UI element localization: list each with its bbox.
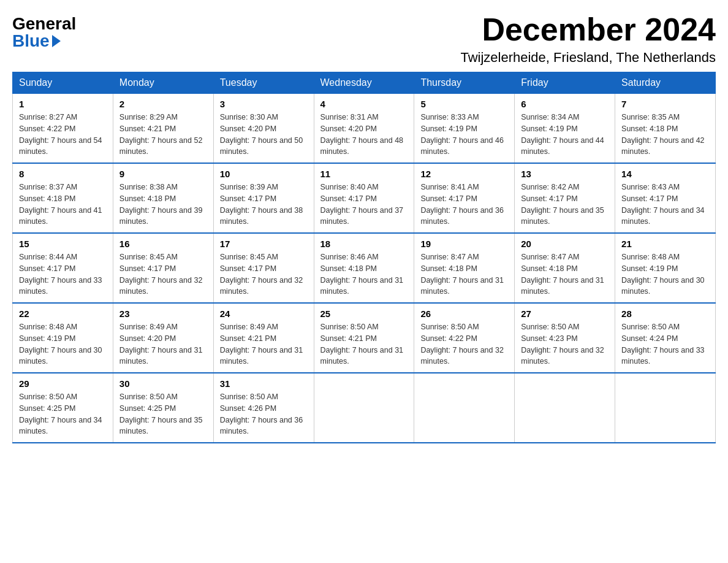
table-row [314,373,414,443]
day-info: Sunrise: 8:41 AMSunset: 4:17 PMDaylight:… [420,183,504,226]
day-number: 18 [320,239,408,249]
table-row: 8 Sunrise: 8:37 AMSunset: 4:18 PMDayligh… [13,163,113,233]
table-row: 3 Sunrise: 8:30 AMSunset: 4:20 PMDayligh… [213,94,314,164]
table-row: 4 Sunrise: 8:31 AMSunset: 4:20 PMDayligh… [314,94,414,164]
table-row: 12 Sunrise: 8:41 AMSunset: 4:17 PMDaylig… [414,163,515,233]
day-number: 28 [621,308,709,319]
day-number: 22 [19,308,107,319]
day-info: Sunrise: 8:37 AMSunset: 4:18 PMDaylight:… [19,183,102,226]
table-row: 14 Sunrise: 8:43 AMSunset: 4:17 PMDaylig… [615,163,716,233]
day-info: Sunrise: 8:50 AMSunset: 4:25 PMDaylight:… [19,393,102,435]
table-row: 16 Sunrise: 8:45 AMSunset: 4:17 PMDaylig… [113,233,213,303]
day-number: 6 [521,99,609,109]
table-row: 27 Sunrise: 8:50 AMSunset: 4:23 PMDaylig… [515,303,615,373]
day-info: Sunrise: 8:49 AMSunset: 4:20 PMDaylight:… [119,323,203,366]
logo: General Blue [12,12,76,50]
page-header: General Blue December 2024 Twijzelerheid… [12,12,716,66]
day-number: 17 [220,239,308,249]
day-number: 29 [19,378,107,389]
header-monday: Monday [113,72,213,94]
day-info: Sunrise: 8:39 AMSunset: 4:17 PMDaylight:… [220,183,303,226]
month-year-title: December 2024 [460,12,716,47]
day-number: 4 [320,99,408,109]
table-row: 6 Sunrise: 8:34 AMSunset: 4:19 PMDayligh… [515,94,615,164]
table-row: 18 Sunrise: 8:46 AMSunset: 4:18 PMDaylig… [314,233,414,303]
table-row: 29 Sunrise: 8:50 AMSunset: 4:25 PMDaylig… [13,373,113,443]
day-number: 19 [420,239,508,249]
day-number: 21 [621,239,709,249]
title-block: December 2024 Twijzelerheide, Friesland,… [460,12,716,66]
table-row: 10 Sunrise: 8:39 AMSunset: 4:17 PMDaylig… [213,163,314,233]
day-info: Sunrise: 8:31 AMSunset: 4:20 PMDaylight:… [320,113,404,156]
day-number: 7 [621,99,709,109]
table-row: 17 Sunrise: 8:45 AMSunset: 4:17 PMDaylig… [213,233,314,303]
table-row: 9 Sunrise: 8:38 AMSunset: 4:18 PMDayligh… [113,163,213,233]
day-number: 24 [220,308,308,319]
table-row: 21 Sunrise: 8:48 AMSunset: 4:19 PMDaylig… [615,233,716,303]
table-row: 26 Sunrise: 8:50 AMSunset: 4:22 PMDaylig… [414,303,515,373]
table-row: 30 Sunrise: 8:50 AMSunset: 4:25 PMDaylig… [113,373,213,443]
table-row: 13 Sunrise: 8:42 AMSunset: 4:17 PMDaylig… [515,163,615,233]
location-subtitle: Twijzelerheide, Friesland, The Netherlan… [460,50,716,66]
day-info: Sunrise: 8:40 AMSunset: 4:17 PMDaylight:… [320,183,404,226]
day-number: 15 [19,239,107,249]
table-row: 23 Sunrise: 8:49 AMSunset: 4:20 PMDaylig… [113,303,213,373]
day-number: 3 [220,99,308,109]
day-number: 11 [320,169,408,179]
day-number: 12 [420,169,508,179]
day-number: 20 [521,239,609,249]
day-number: 31 [220,378,308,389]
header-tuesday: Tuesday [213,72,314,94]
calendar-table: Sunday Monday Tuesday Wednesday Thursday… [12,72,716,443]
day-number: 9 [119,169,207,179]
table-row: 19 Sunrise: 8:47 AMSunset: 4:18 PMDaylig… [414,233,515,303]
day-info: Sunrise: 8:30 AMSunset: 4:20 PMDaylight:… [220,113,303,156]
day-number: 30 [119,378,207,389]
header-friday: Friday [515,72,615,94]
day-number: 23 [119,308,207,319]
day-info: Sunrise: 8:42 AMSunset: 4:17 PMDaylight:… [521,183,604,226]
table-row: 31 Sunrise: 8:50 AMSunset: 4:26 PMDaylig… [213,373,314,443]
day-info: Sunrise: 8:50 AMSunset: 4:26 PMDaylight:… [220,393,303,435]
day-info: Sunrise: 8:45 AMSunset: 4:17 PMDaylight:… [220,253,303,296]
calendar-week-row: 8 Sunrise: 8:37 AMSunset: 4:18 PMDayligh… [13,163,716,233]
header-saturday: Saturday [615,72,716,94]
day-number: 25 [320,308,408,319]
calendar-week-row: 22 Sunrise: 8:48 AMSunset: 4:19 PMDaylig… [13,303,716,373]
logo-general-text: General [12,15,76,33]
calendar-week-row: 1 Sunrise: 8:27 AMSunset: 4:22 PMDayligh… [13,94,716,164]
day-info: Sunrise: 8:38 AMSunset: 4:18 PMDaylight:… [119,183,203,226]
table-row: 22 Sunrise: 8:48 AMSunset: 4:19 PMDaylig… [13,303,113,373]
calendar-week-row: 15 Sunrise: 8:44 AMSunset: 4:17 PMDaylig… [13,233,716,303]
day-number: 27 [521,308,609,319]
day-number: 13 [521,169,609,179]
table-row: 25 Sunrise: 8:50 AMSunset: 4:21 PMDaylig… [314,303,414,373]
day-number: 1 [19,99,107,109]
day-info: Sunrise: 8:27 AMSunset: 4:22 PMDaylight:… [19,113,102,156]
table-row [515,373,615,443]
day-info: Sunrise: 8:44 AMSunset: 4:17 PMDaylight:… [19,253,102,296]
header-sunday: Sunday [13,72,113,94]
table-row: 1 Sunrise: 8:27 AMSunset: 4:22 PMDayligh… [13,94,113,164]
logo-blue-text: Blue [12,33,61,50]
table-row: 20 Sunrise: 8:47 AMSunset: 4:18 PMDaylig… [515,233,615,303]
day-info: Sunrise: 8:43 AMSunset: 4:17 PMDaylight:… [621,183,705,226]
day-info: Sunrise: 8:45 AMSunset: 4:17 PMDaylight:… [119,253,203,296]
day-number: 10 [220,169,308,179]
header-thursday: Thursday [414,72,515,94]
day-info: Sunrise: 8:33 AMSunset: 4:19 PMDaylight:… [420,113,504,156]
day-info: Sunrise: 8:47 AMSunset: 4:18 PMDaylight:… [521,253,604,296]
table-row: 11 Sunrise: 8:40 AMSunset: 4:17 PMDaylig… [314,163,414,233]
day-info: Sunrise: 8:35 AMSunset: 4:18 PMDaylight:… [621,113,705,156]
day-info: Sunrise: 8:34 AMSunset: 4:19 PMDaylight:… [521,113,604,156]
table-row: 5 Sunrise: 8:33 AMSunset: 4:19 PMDayligh… [414,94,515,164]
logo-triangle-icon [52,35,61,47]
day-info: Sunrise: 8:46 AMSunset: 4:18 PMDaylight:… [320,253,404,296]
calendar-week-row: 29 Sunrise: 8:50 AMSunset: 4:25 PMDaylig… [13,373,716,443]
day-info: Sunrise: 8:50 AMSunset: 4:22 PMDaylight:… [420,323,504,366]
day-number: 2 [119,99,207,109]
weekday-header-row: Sunday Monday Tuesday Wednesday Thursday… [13,72,716,94]
table-row: 15 Sunrise: 8:44 AMSunset: 4:17 PMDaylig… [13,233,113,303]
day-info: Sunrise: 8:29 AMSunset: 4:21 PMDaylight:… [119,113,203,156]
table-row: 7 Sunrise: 8:35 AMSunset: 4:18 PMDayligh… [615,94,716,164]
